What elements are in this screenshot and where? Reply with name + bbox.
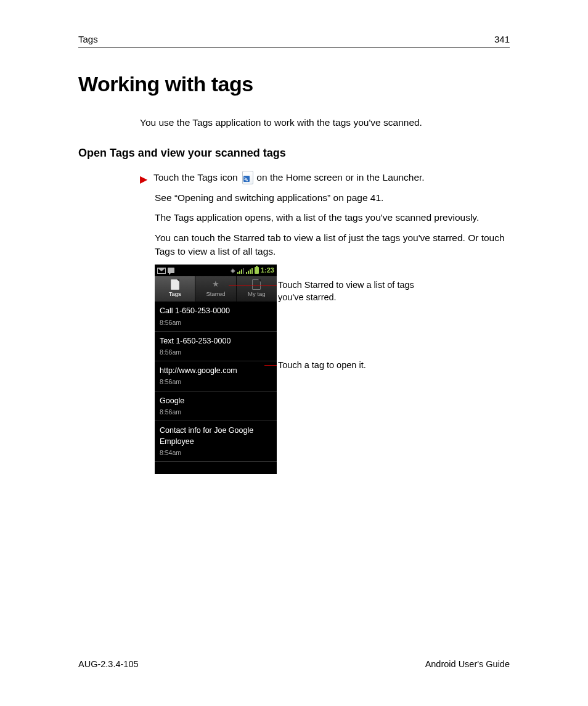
email-icon (157, 268, 166, 274)
callout-open-text: Touch a tag to open it. (277, 359, 366, 372)
list-filler (155, 462, 277, 474)
callout-starred: Touch Starred to view a list of tags you… (277, 279, 420, 303)
data-signal-icon (237, 268, 244, 274)
footer-right: Android User's Guide (425, 659, 510, 669)
step-pre: Touch the Tags icon (153, 172, 240, 183)
tags-list: Call 1-650-253-0000 8:56am Text 1-650-25… (155, 302, 277, 474)
tab-bar: Tags ★ Starred My tag (155, 276, 277, 302)
step-1: ▶ Touch the Tags icon on the Home screen… (140, 171, 510, 187)
tab-mytag-label: My tag (248, 290, 266, 298)
tags-tab-icon (170, 281, 180, 289)
para-2: The Tags application opens, with a list … (155, 211, 510, 224)
list-item-title: Text 1-650-253-0000 (160, 335, 272, 347)
list-item-time: 8:56am (160, 377, 272, 387)
intro-text: You use the Tags application to work wit… (140, 117, 510, 128)
tab-tags-label: Tags (169, 290, 181, 298)
star-icon: ★ (211, 281, 221, 289)
page-footer: AUG-2.3.4-105 Android User's Guide (78, 659, 510, 669)
message-icon (168, 268, 174, 273)
list-item[interactable]: Call 1-650-253-0000 8:56am (155, 302, 277, 331)
list-item-title: Google (160, 395, 272, 406)
list-item-time: 8:54am (160, 448, 272, 458)
phone-screenshot: ◈ 1:23 Tags ★ Starred (155, 265, 277, 474)
step-post: on the Home screen or in the Launcher. (256, 172, 424, 183)
gps-icon: ◈ (231, 266, 235, 276)
cell-signal-icon (246, 268, 253, 274)
page: Tags 341 Working with tags You use the T… (78, 34, 510, 474)
status-bar: ◈ 1:23 (155, 265, 277, 276)
para-1: See “Opening and switching applications”… (155, 191, 510, 205)
list-item[interactable]: Google 8:56am (155, 392, 277, 421)
tab-tags[interactable]: Tags (155, 276, 195, 302)
body: ▶ Touch the Tags icon on the Home screen… (140, 171, 510, 474)
list-item[interactable]: http://www.google.com 8:56am (155, 361, 277, 391)
step-sub: See “Opening and switching applications”… (155, 191, 510, 259)
tab-mytag[interactable]: My tag (237, 276, 277, 302)
callout-line-icon (229, 285, 277, 285)
list-item[interactable]: Contact info for Joe Google Employee 8:5… (155, 421, 277, 462)
tags-app-icon (242, 171, 253, 183)
bullet-arrow-icon: ▶ (140, 171, 147, 187)
callout-line-icon (264, 365, 277, 366)
running-header: Tags 341 (78, 34, 510, 47)
step-text: Touch the Tags icon on the Home screen o… (153, 171, 425, 184)
list-item-time: 8:56am (160, 408, 272, 417)
battery-icon (255, 267, 259, 274)
list-item[interactable]: Text 1-650-253-0000 8:56am (155, 332, 277, 361)
list-item-title: Contact info for Joe Google Employee (160, 425, 272, 447)
status-right: ◈ 1:23 (231, 266, 274, 276)
para-3: You can touch the Starred tab to view a … (155, 231, 510, 259)
callout-open: Touch a tag to open it. (277, 359, 366, 372)
header-section: Tags (78, 34, 98, 44)
tab-starred[interactable]: ★ Starred (195, 276, 236, 302)
list-item-time: 8:56am (160, 318, 272, 327)
clock: 1:23 (261, 266, 274, 276)
screenshot-with-callouts: ◈ 1:23 Tags ★ Starred (155, 265, 510, 474)
list-item-time: 8:56am (160, 348, 272, 357)
header-page: 341 (494, 34, 510, 44)
callout-starred-text: Touch Starred to view a list of tags you… (277, 279, 420, 303)
footer-left: AUG-2.3.4-105 (78, 659, 139, 669)
status-left (157, 268, 174, 274)
subheading: Open Tags and view your scanned tags (78, 147, 510, 160)
list-item-title: Call 1-650-253-0000 (160, 305, 272, 316)
page-title: Working with tags (78, 72, 510, 96)
tab-starred-label: Starred (206, 290, 225, 298)
list-item-title: http://www.google.com (160, 365, 272, 376)
